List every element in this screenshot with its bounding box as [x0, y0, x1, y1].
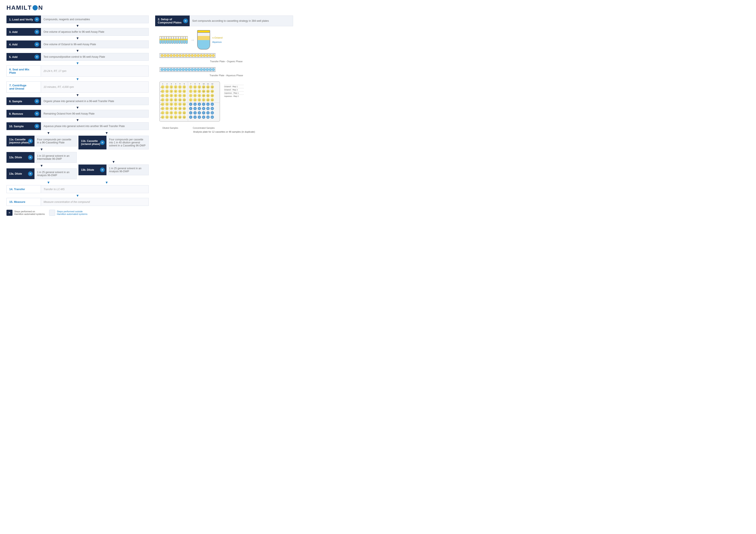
step-15-label: 15. Measure — [7, 198, 41, 206]
big-tube-body — [197, 32, 210, 50]
svg-text:1: 1 — [162, 86, 163, 88]
svg-text:12: 12 — [211, 86, 213, 88]
tube-small-10 — [181, 36, 183, 44]
svg-text:11: 11 — [211, 112, 213, 114]
svg-point-3 — [167, 54, 169, 57]
arrow-1-3: ▼ — [7, 24, 149, 28]
svg-text:3: 3 — [171, 95, 172, 96]
svg-text:1: 1 — [190, 112, 191, 114]
svg-text:9: 9 — [207, 112, 208, 114]
svg-text:12: 12 — [211, 91, 213, 92]
svg-point-8 — [182, 54, 184, 57]
svg-text:7: 7 — [175, 112, 176, 114]
transfer-plate-organic-label: Transfer Plate - Organic Phase — [159, 60, 293, 63]
svg-text:1: 1 — [190, 104, 191, 105]
svg-text:6: 6 — [171, 99, 172, 101]
svg-text:1: 1 — [162, 104, 163, 105]
step-13b-description: 1 in 25 general solvent in an Analysis 9… — [106, 165, 149, 175]
svg-text:8: 8 — [175, 99, 176, 101]
svg-text:6: 6 — [184, 83, 185, 85]
svg-text:10: 10 — [207, 99, 209, 101]
hamilton-icon-11b: H — [100, 140, 105, 145]
step-4-label: 4. Add H — [7, 40, 41, 48]
main-layout: 1. Load and Verify H Compounds, reagents… — [7, 15, 295, 216]
svg-point-23 — [170, 68, 173, 71]
svg-text:4: 4 — [195, 116, 196, 118]
analysis-plate-svg: 1 2 3 4 5 6 7 8 9 10 11 12 A B — [155, 81, 222, 126]
arrow-14-15: ▼ — [7, 193, 149, 198]
merge-arrows: ▼ ▼ — [7, 180, 149, 185]
svg-text:12: 12 — [211, 108, 213, 109]
svg-text:1: 1 — [162, 95, 163, 96]
svg-point-35 — [206, 68, 209, 71]
split-arrows: ▼ ▼ — [7, 131, 149, 136]
arrow-9-10: ▼ — [7, 118, 149, 122]
step-5-description: Test compound/positive control to 96-wel… — [41, 53, 149, 61]
step-1-label: 1. Load and Verify H — [7, 15, 41, 23]
step-13b-block: 13b. Dilute H 1 in 25 general solvent in… — [78, 165, 149, 175]
svg-text:10: 10 — [203, 95, 204, 96]
svg-text:10: 10 — [203, 86, 204, 88]
octanol-label: n-Octanol — [212, 37, 223, 39]
step-11b-block: 11b. Cassette(octanol phase) H Four comp… — [78, 136, 149, 149]
step-6-description: 20-24 h, RT, 17 rpm — [41, 65, 149, 77]
header: HAMILТ N — [7, 4, 295, 11]
svg-text:4: 4 — [175, 91, 176, 92]
svg-text:5: 5 — [179, 91, 180, 92]
step-2-description: Sort compounds according to cassetting s… — [190, 15, 293, 26]
step-11a-description: Four compounds per cassette in a 96-Cass… — [35, 136, 77, 146]
arrow-8-9: ▼ — [7, 106, 149, 110]
svg-text:12: 12 — [211, 83, 213, 85]
legend-hamilton-icon: H — [7, 210, 13, 216]
svg-text:11: 11 — [207, 83, 209, 85]
hamilton-icon-13a: H — [28, 171, 33, 176]
svg-text:8: 8 — [175, 116, 176, 118]
svg-text:7: 7 — [190, 95, 191, 96]
svg-text:3: 3 — [171, 91, 172, 92]
svg-point-24 — [173, 68, 176, 71]
svg-text:8: 8 — [203, 116, 204, 118]
svg-text:6: 6 — [199, 108, 200, 109]
big-tube-cap — [197, 30, 210, 32]
svg-text:6: 6 — [199, 99, 200, 101]
svg-text:2: 2 — [162, 99, 163, 101]
step-9-label: 9. Remove H — [7, 110, 41, 117]
connector-arrow-tubes-bigtube: → — [190, 38, 195, 42]
svg-point-18 — [212, 54, 215, 57]
arrow-12a-13a: ▼ — [7, 164, 77, 168]
analysis-plate-grid: 1 2 3 4 5 6 7 8 9 10 11 12 A B — [155, 81, 222, 129]
svg-text:8: 8 — [195, 95, 196, 96]
tube-small-5 — [169, 36, 171, 44]
step-7-description: 10 minutes, RT, 4,000 rpm — [41, 81, 149, 92]
svg-point-9 — [185, 54, 187, 57]
ap-legend: Octanol - Rep 1 Octanol - Rep 2 Aqueous … — [224, 81, 244, 98]
svg-point-7 — [179, 54, 181, 57]
svg-text:4: 4 — [195, 108, 196, 109]
analysis-caption: Analysis plate for 12 cassettes or 48 sa… — [155, 131, 293, 133]
tube-illustration-area: → n-Octanol Aqueous — [155, 28, 293, 50]
svg-point-27 — [182, 68, 184, 71]
svg-point-15 — [203, 54, 205, 57]
svg-text:1: 1 — [162, 91, 163, 92]
svg-point-21 — [164, 68, 166, 71]
step-2-header: 2. Setup ofCompound Plates H Sort compou… — [155, 15, 293, 26]
svg-text:6: 6 — [171, 116, 172, 118]
svg-point-2 — [164, 54, 166, 57]
step-12a-label: 12a. Dilute H — [7, 152, 35, 163]
svg-text:4: 4 — [167, 116, 168, 118]
svg-text:9: 9 — [179, 112, 180, 114]
svg-point-36 — [209, 68, 212, 71]
svg-text:8: 8 — [195, 86, 196, 88]
tube-small-9 — [178, 36, 180, 44]
transfer-plate-aqueous-area: Transfer Plate - Aqueous Phase — [159, 66, 293, 77]
svg-text:11: 11 — [183, 104, 185, 105]
hamilton-icon-3: H — [35, 30, 39, 34]
tube-small-11 — [183, 36, 185, 44]
tube-small-6 — [171, 36, 174, 44]
svg-text:4: 4 — [175, 95, 176, 96]
aqueous-rep2-label: Aqueous - Rep 2 — [224, 94, 244, 98]
svg-point-20 — [161, 68, 163, 71]
hamilton-icon-2: H — [183, 18, 188, 23]
arrow-5-6: ▼ — [7, 61, 149, 65]
step-7-block: 7. Centrifugeand Unseal 10 minutes, RT, … — [7, 81, 149, 92]
